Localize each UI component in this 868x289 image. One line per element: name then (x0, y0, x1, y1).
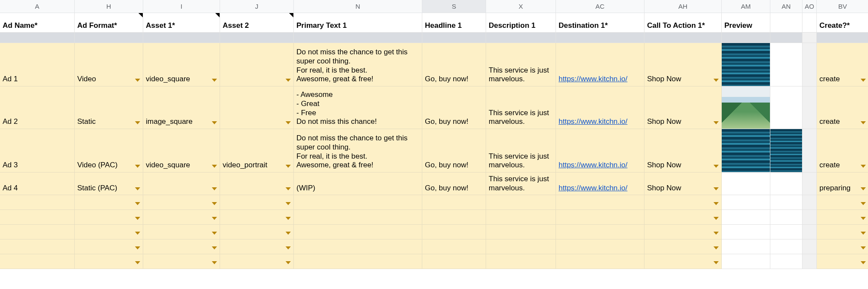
empty-cell[interactable] (722, 195, 770, 210)
description-cell[interactable]: This service is just marvelous. (486, 129, 556, 173)
destination-link[interactable]: https://www.kitchn.io/ (559, 75, 628, 84)
destination-link[interactable]: https://www.kitchn.io/ (559, 184, 628, 193)
asset2-cell[interactable]: video_portrait (220, 129, 294, 173)
empty-cell[interactable] (486, 195, 556, 210)
empty-cell[interactable] (0, 254, 75, 269)
column-header-i[interactable]: I (143, 0, 220, 13)
primary-text-cell[interactable]: Do not miss the chance to get this super… (294, 129, 422, 173)
empty-cell[interactable] (143, 239, 220, 254)
ad-format-cell[interactable]: Video (PAC) (75, 129, 143, 173)
empty-cell[interactable] (143, 254, 220, 269)
field-header[interactable]: Description 1 (486, 13, 556, 33)
empty-cell[interactable] (722, 225, 770, 239)
ao-cell[interactable] (802, 129, 817, 173)
empty-cell[interactable] (75, 225, 143, 239)
destination-cell[interactable]: https://www.kitchn.io/ (556, 86, 644, 129)
empty-cell[interactable] (422, 195, 486, 210)
field-header[interactable]: Call To Action 1* (644, 13, 722, 33)
asset1-cell[interactable]: video_square (143, 43, 220, 86)
preview2-cell[interactable] (770, 173, 802, 195)
empty-cell[interactable] (220, 239, 294, 254)
destination-cell[interactable]: https://www.kitchn.io/ (556, 173, 644, 195)
empty-cell[interactable] (644, 210, 722, 225)
destination-link[interactable]: https://www.kitchn.io/ (559, 161, 628, 170)
empty-cell[interactable] (75, 210, 143, 225)
empty-cell[interactable] (644, 225, 722, 239)
preview-cell[interactable] (722, 173, 770, 195)
empty-cell[interactable] (486, 254, 556, 269)
empty-cell[interactable] (556, 195, 644, 210)
empty-cell[interactable] (422, 254, 486, 269)
empty-cell[interactable] (486, 225, 556, 239)
field-header[interactable]: Create?* (817, 13, 868, 33)
cta-cell[interactable]: Shop Now (644, 86, 722, 129)
empty-cell[interactable] (220, 254, 294, 269)
field-header[interactable] (802, 13, 817, 33)
empty-cell[interactable] (556, 239, 644, 254)
create-cell[interactable]: create (817, 43, 868, 86)
ad-format-cell[interactable]: Static (PAC) (75, 173, 143, 195)
empty-cell[interactable] (770, 239, 802, 254)
empty-cell[interactable] (0, 225, 75, 239)
ad-name-cell[interactable]: Ad 3 (0, 129, 75, 173)
empty-cell[interactable] (75, 195, 143, 210)
asset2-cell[interactable] (220, 86, 294, 129)
field-header[interactable]: Ad Format* (75, 13, 143, 33)
preview-cell[interactable] (722, 129, 770, 173)
headline-cell[interactable]: Go, buy now! (422, 173, 486, 195)
empty-cell[interactable] (75, 254, 143, 269)
empty-cell[interactable] (644, 195, 722, 210)
empty-cell[interactable] (802, 210, 817, 225)
empty-cell[interactable] (770, 210, 802, 225)
column-header-s[interactable]: S (422, 0, 486, 13)
headline-cell[interactable]: Go, buy now! (422, 86, 486, 129)
empty-cell[interactable] (722, 254, 770, 269)
empty-cell[interactable] (294, 210, 422, 225)
empty-cell[interactable] (0, 210, 75, 225)
empty-cell[interactable] (220, 195, 294, 210)
empty-cell[interactable] (294, 254, 422, 269)
column-header-n[interactable]: N (294, 0, 422, 13)
spreadsheet-grid[interactable]: AHIJNSXACAHAMANAOBVAd Name*Ad Format*Ass… (0, 0, 868, 269)
primary-text-cell[interactable]: - Awesome - Great - Free Do not miss thi… (294, 86, 422, 129)
column-header-an[interactable]: AN (770, 0, 802, 13)
empty-cell[interactable] (817, 195, 868, 210)
cta-cell[interactable]: Shop Now (644, 129, 722, 173)
empty-cell[interactable] (802, 225, 817, 239)
ad-name-cell[interactable]: Ad 1 (0, 43, 75, 86)
column-header-a[interactable]: A (0, 0, 75, 13)
empty-cell[interactable] (422, 225, 486, 239)
destination-link[interactable]: https://www.kitchn.io/ (559, 117, 628, 126)
empty-cell[interactable] (220, 210, 294, 225)
destination-cell[interactable]: https://www.kitchn.io/ (556, 43, 644, 86)
empty-cell[interactable] (0, 239, 75, 254)
ad-name-cell[interactable]: Ad 2 (0, 86, 75, 129)
column-header-ao[interactable]: AO (802, 0, 817, 13)
description-cell[interactable]: This service is just marvelous. (486, 43, 556, 86)
ao-cell[interactable] (802, 173, 817, 195)
empty-cell[interactable] (143, 195, 220, 210)
empty-cell[interactable] (0, 195, 75, 210)
empty-cell[interactable] (422, 239, 486, 254)
empty-cell[interactable] (486, 239, 556, 254)
field-header[interactable]: Preview (722, 13, 770, 33)
column-header-am[interactable]: AM (722, 0, 770, 13)
asset1-cell[interactable] (143, 173, 220, 195)
field-header[interactable]: Asset 1* (143, 13, 220, 33)
empty-cell[interactable] (556, 254, 644, 269)
ad-format-cell[interactable]: Video (75, 43, 143, 86)
column-header-x[interactable]: X (486, 0, 556, 13)
create-cell[interactable]: create (817, 86, 868, 129)
empty-cell[interactable] (817, 254, 868, 269)
create-cell[interactable]: preparing (817, 173, 868, 195)
column-header-bv[interactable]: BV (817, 0, 868, 13)
column-header-ac[interactable]: AC (556, 0, 644, 13)
field-header[interactable]: Asset 2 (220, 13, 294, 33)
empty-cell[interactable] (220, 225, 294, 239)
description-cell[interactable]: This service is just marvelous. (486, 86, 556, 129)
preview2-cell[interactable] (770, 129, 802, 173)
preview-cell[interactable] (722, 43, 770, 86)
empty-cell[interactable] (722, 210, 770, 225)
primary-text-cell[interactable]: Do not miss the chance to get this super… (294, 43, 422, 86)
empty-cell[interactable] (486, 210, 556, 225)
